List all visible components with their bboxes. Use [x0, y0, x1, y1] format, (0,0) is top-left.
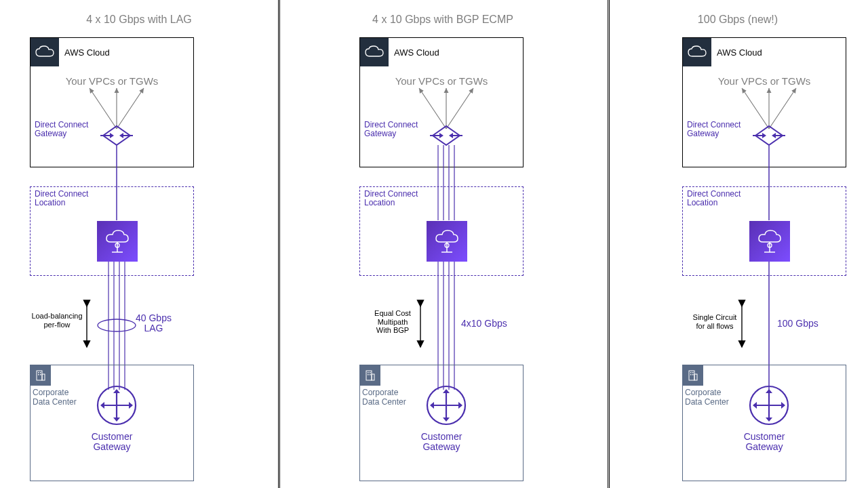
- aws-cloud-label: AWS Cloud: [64, 47, 110, 58]
- vpc-label: Your VPCs or TGWs: [360, 75, 523, 87]
- direct-connect-location-box: Direct ConnectLocation: [682, 186, 846, 276]
- svg-rect-25: [42, 374, 45, 380]
- left-annotation: Single Circuitfor all flows: [690, 313, 739, 330]
- svg-rect-87: [692, 374, 694, 375]
- cgw-label: CustomerGateway: [31, 432, 193, 453]
- left-annotation: Load-balancingper-flow: [30, 312, 84, 329]
- direct-connect-icon: [749, 221, 790, 262]
- aws-header: AWS Cloud: [360, 38, 439, 66]
- direct-connect-location-box: Direct ConnectLocation: [30, 186, 194, 276]
- column-100g: 100 Gbps (new!) AWS Cloud Your VPCs or T…: [608, 0, 868, 488]
- direct-connect-location-box: Direct ConnectLocation: [359, 186, 524, 276]
- corporate-data-center-box: CorporateData Center CustomerGateway: [682, 365, 846, 481]
- cgw-label: CustomerGateway: [360, 432, 523, 453]
- aws-cloud-box: AWS Cloud Your VPCs or TGWs Direct Conne…: [682, 37, 846, 167]
- direct-connect-icon: [97, 221, 138, 262]
- building-icon: [683, 365, 703, 386]
- dcl-label: Direct ConnectLocation: [35, 190, 88, 207]
- direct-connect-icon: [427, 221, 467, 262]
- svg-rect-85: [692, 372, 694, 373]
- svg-rect-28: [38, 374, 39, 375]
- cgw-label: CustomerGateway: [683, 432, 846, 453]
- dcl-label: Direct ConnectLocation: [364, 190, 418, 207]
- corporate-data-center-box: CorporateData Center CustomerGateway: [30, 365, 194, 481]
- dcg-label: Direct ConnectGateway: [364, 121, 418, 138]
- cloud-icon: [683, 38, 711, 66]
- svg-rect-56: [366, 371, 372, 380]
- building-icon: [31, 365, 51, 386]
- svg-rect-61: [370, 374, 371, 375]
- right-annotation: 4x10 Gbps: [461, 319, 507, 329]
- aws-cloud-label: AWS Cloud: [394, 47, 439, 58]
- svg-rect-29: [40, 374, 41, 375]
- cdc-label: CorporateData Center: [362, 388, 406, 407]
- cloud-icon: [360, 38, 389, 66]
- right-annotation: 40 GbpsLAG: [136, 313, 172, 334]
- svg-rect-84: [690, 372, 692, 373]
- svg-rect-24: [37, 371, 42, 380]
- svg-rect-26: [38, 372, 39, 373]
- column-title: 4 x 10 Gbps with LAG: [0, 14, 278, 26]
- svg-rect-60: [368, 374, 369, 375]
- aws-header: AWS Cloud: [31, 38, 110, 66]
- cdc-label: CorporateData Center: [685, 388, 729, 407]
- left-annotation: Equal CostMultipathWith BGP: [368, 309, 417, 335]
- column-title: 100 Gbps (new!): [608, 14, 868, 26]
- svg-rect-82: [689, 371, 694, 380]
- aws-cloud-box: AWS Cloud Your VPCs or TGWs Direct Conne…: [30, 37, 194, 167]
- aws-cloud-label: AWS Cloud: [717, 47, 762, 58]
- column-lag: 4 x 10 Gbps with LAG AWS Cloud Your VPCs…: [0, 0, 278, 488]
- cloud-icon: [31, 38, 59, 66]
- svg-point-12: [98, 319, 136, 331]
- diagram-columns: 4 x 10 Gbps with LAG AWS Cloud Your VPCs…: [0, 0, 868, 488]
- building-icon: [360, 365, 380, 386]
- column-title: 4 x 10 Gbps with BGP ECMP: [278, 14, 608, 26]
- corporate-data-center-box: CorporateData Center CustomerGateway: [359, 365, 524, 481]
- column-ecmp: 4 x 10 Gbps with BGP ECMP AWS Cloud Your…: [278, 0, 608, 488]
- vpc-label: Your VPCs or TGWs: [683, 75, 846, 87]
- dcg-label: Direct ConnectGateway: [687, 121, 741, 138]
- svg-rect-86: [690, 374, 692, 375]
- dcg-label: Direct ConnectGateway: [35, 121, 88, 138]
- cdc-label: CorporateData Center: [33, 388, 77, 407]
- svg-rect-27: [40, 372, 41, 373]
- aws-header: AWS Cloud: [683, 38, 762, 66]
- svg-rect-59: [370, 372, 371, 373]
- right-annotation: 100 Gbps: [777, 319, 818, 329]
- vpc-label: Your VPCs or TGWs: [31, 75, 193, 87]
- svg-rect-58: [368, 372, 369, 373]
- dcl-label: Direct ConnectLocation: [687, 190, 741, 207]
- svg-rect-83: [694, 374, 697, 380]
- aws-cloud-box: AWS Cloud Your VPCs or TGWs Direct Conne…: [359, 37, 524, 167]
- svg-rect-57: [372, 374, 374, 380]
